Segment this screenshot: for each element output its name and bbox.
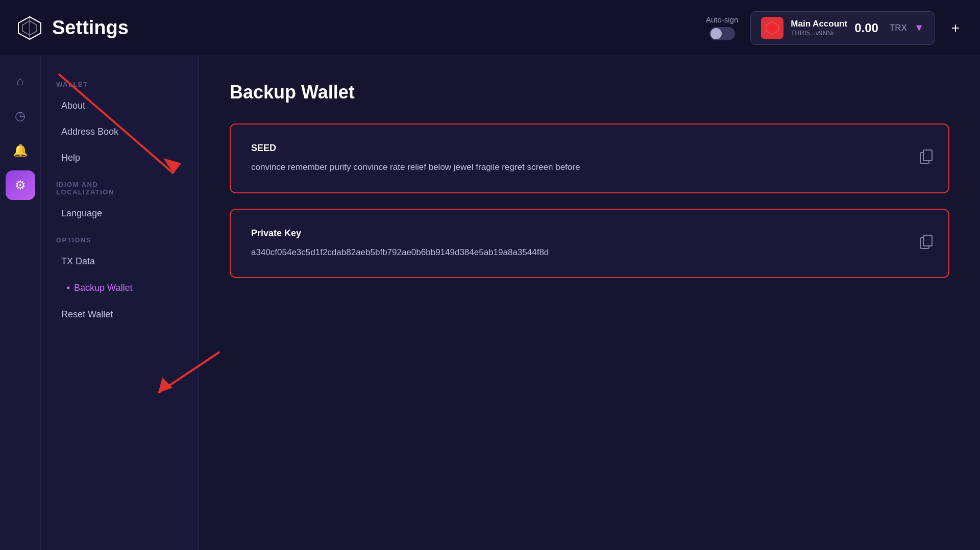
- sidebar-item-reset-wallet[interactable]: Reset Wallet: [46, 302, 193, 327]
- content-area: Backup Wallet SEED convince remember pur…: [199, 56, 980, 550]
- svg-rect-8: [923, 235, 932, 246]
- nav-history[interactable]: ◷: [6, 101, 35, 131]
- app-title: Settings: [52, 17, 129, 39]
- app-logo-icon: [16, 15, 43, 41]
- autosign-toggle[interactable]: [709, 27, 735, 40]
- account-icon: [761, 17, 783, 39]
- copy-seed-button[interactable]: [920, 149, 933, 167]
- header-right: Auto-sign Main Account THRf5...v9NNr 0.0…: [706, 11, 964, 45]
- private-key-value: a340cf054e3c5d1f2cdab82aeb5bfb792ae0b6bb…: [251, 246, 928, 259]
- seed-label: SEED: [251, 143, 928, 154]
- toggle-thumb: [710, 28, 722, 39]
- seed-card: SEED convince remember purity convince r…: [230, 123, 949, 193]
- bullet-icon: •: [66, 282, 70, 294]
- sidebar: WALLET About Address Book Help IDIOM AND…: [41, 56, 199, 550]
- sidebar-section-idiom: IDIOM ANDLOCALIZATION: [41, 171, 199, 200]
- account-balance: 0.00: [854, 21, 878, 35]
- logo-area: Settings: [16, 15, 706, 41]
- nav-home[interactable]: ⌂: [6, 66, 35, 96]
- nav-notifications[interactable]: 🔔: [6, 136, 35, 165]
- sidebar-section-wallet: WALLET: [41, 71, 199, 92]
- icon-nav: ⌂ ◷ 🔔 ⚙: [0, 56, 41, 550]
- account-info: Main Account THRf5...v9NNr: [791, 19, 847, 37]
- account-currency: TRX: [890, 23, 907, 33]
- account-badge[interactable]: Main Account THRf5...v9NNr 0.00 TRX ▼: [750, 11, 935, 45]
- sidebar-section-options: OPTIONS: [41, 227, 199, 248]
- sidebar-item-language[interactable]: Language: [46, 201, 193, 226]
- sidebar-item-about[interactable]: About: [46, 93, 193, 118]
- header: Settings Auto-sign Main Account THRf5...…: [0, 0, 980, 56]
- autosign-area: Auto-sign: [706, 15, 738, 40]
- page-title: Backup Wallet: [230, 82, 949, 103]
- main-layout: ⌂ ◷ 🔔 ⚙ WALLET About Address Book Help I…: [0, 56, 980, 550]
- account-address: THRf5...v9NNr: [791, 29, 847, 37]
- sidebar-item-backup-wallet[interactable]: • Backup Wallet: [46, 275, 193, 301]
- seed-value: convince remember purity convince rate r…: [251, 161, 928, 174]
- sidebar-item-help[interactable]: Help: [46, 145, 193, 170]
- sidebar-item-address-book[interactable]: Address Book: [46, 119, 193, 144]
- add-account-button[interactable]: +: [947, 20, 964, 36]
- copy-private-key-button[interactable]: [920, 235, 933, 252]
- private-key-card: Private Key a340cf054e3c5d1f2cdab82aeb5b…: [230, 209, 949, 279]
- sidebar-item-tx-data[interactable]: TX Data: [46, 249, 193, 274]
- account-name: Main Account: [791, 19, 847, 29]
- account-dropdown-icon[interactable]: ▼: [914, 22, 924, 34]
- svg-rect-6: [923, 150, 932, 161]
- autosign-label: Auto-sign: [706, 15, 738, 24]
- nav-settings[interactable]: ⚙: [6, 170, 35, 200]
- private-key-label: Private Key: [251, 228, 928, 239]
